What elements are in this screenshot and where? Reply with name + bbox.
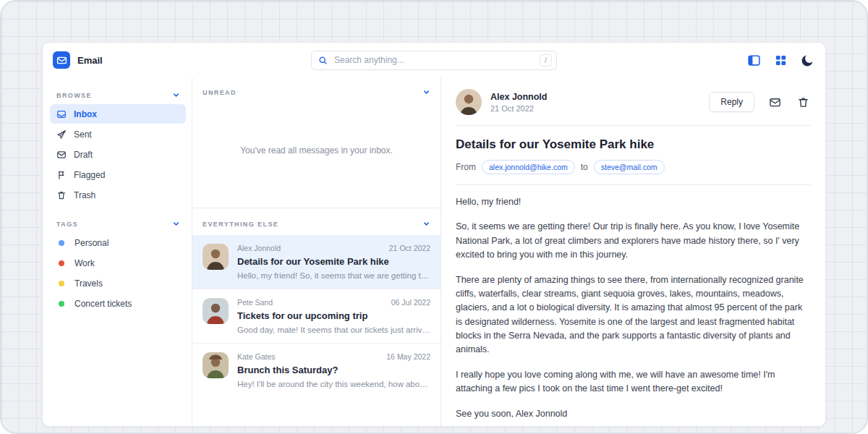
sidebar-item-label: Flagged <box>74 170 105 180</box>
mark-unread-envelope-icon[interactable] <box>767 94 783 110</box>
search-input[interactable] <box>333 54 535 66</box>
sidebar-item-inbox[interactable]: Inbox <box>50 104 186 124</box>
tag-item-concert-tickets[interactable]: Concert tickets <box>50 294 186 313</box>
avatar <box>203 352 229 378</box>
email-logo-icon <box>53 51 70 69</box>
avatar <box>203 244 229 270</box>
email-sender: Alex Jonnold <box>237 244 281 252</box>
browse-label: BROWSE <box>56 92 92 99</box>
dark-mode-moon-icon[interactable] <box>799 52 815 68</box>
tag-color-dot <box>59 281 64 286</box>
email-app-window: Email / <box>42 42 826 427</box>
inbox-icon <box>56 109 67 119</box>
to-email-pill[interactable]: steve@mail.com <box>594 160 665 174</box>
tag-item-work[interactable]: Work <box>50 253 186 273</box>
search-wrap: / <box>192 51 676 70</box>
topbar-actions <box>676 52 815 68</box>
tag-label: Travels <box>75 278 103 289</box>
email-body: Hello, my friend! So, it seems we are ge… <box>456 195 811 421</box>
unread-label: UNREAD <box>203 89 237 96</box>
email-date: 06 Jul 2022 <box>391 298 430 307</box>
email-list-item[interactable]: Alex Jonnold 21 Oct 2022 Details for our… <box>192 235 441 289</box>
email-subject: Brunch this Saturday? <box>237 365 430 375</box>
to-label: to <box>581 162 588 172</box>
avatar <box>203 298 229 324</box>
tags-group: TAGS Personal Work <box>50 215 186 313</box>
divider <box>456 125 811 126</box>
sidebar-section-browse[interactable]: BROWSE <box>50 86 186 104</box>
email-date: 16 May 2022 <box>386 352 430 361</box>
sidebar-section-tags[interactable]: TAGS <box>50 215 186 233</box>
from-to-row: From alex.jonnold@hike.com to steve@mail… <box>456 160 811 174</box>
from-email-pill[interactable]: alex.jonnold@hike.com <box>482 160 575 174</box>
email-meta: Pete Sand 06 Jul 2022 Tickets for our up… <box>237 298 430 334</box>
sidebar: BROWSE Inbox <box>43 77 192 426</box>
body-paragraph: There are plenty of amazing things to se… <box>456 273 811 357</box>
sidebar-item-trash[interactable]: Trash <box>50 185 186 205</box>
tag-color-dot <box>59 240 64 246</box>
detail-sender-name: Alex Jonnold <box>490 92 547 102</box>
brand: Email <box>53 51 192 69</box>
mail-list-column: UNREAD You've read all messages in your … <box>192 77 441 426</box>
chevron-down-icon <box>172 91 180 99</box>
email-list-item[interactable]: Kate Gates 16 May 2022 Brunch this Satur… <box>192 343 441 397</box>
tags-label: TAGS <box>56 221 78 228</box>
reply-button[interactable]: Reply <box>709 92 754 112</box>
trash-icon <box>56 190 67 200</box>
email-list-item[interactable]: Pete Sand 06 Jul 2022 Tickets for our up… <box>192 289 441 343</box>
tag-color-dot <box>59 260 64 266</box>
detail-date: 21 Oct 2022 <box>490 104 547 113</box>
email-meta: Kate Gates 16 May 2022 Brunch this Satur… <box>237 352 430 388</box>
unread-empty-message: You've read all messages in your inbox. <box>192 103 441 197</box>
body-paragraph: So, it seems we are getting there! Our t… <box>456 220 811 262</box>
sent-icon <box>56 129 67 140</box>
tag-item-travels[interactable]: Travels <box>50 273 186 293</box>
email-sender: Kate Gates <box>237 352 276 361</box>
chevron-down-icon <box>422 220 430 228</box>
email-meta: Alex Jonnold 21 Oct 2022 Details for our… <box>237 244 430 280</box>
search-icon <box>318 56 328 65</box>
from-label: From <box>456 162 476 172</box>
flag-icon <box>56 170 67 180</box>
tag-item-personal[interactable]: Personal <box>50 233 186 252</box>
desktop-background: Email / <box>0 0 868 434</box>
divider <box>456 184 811 185</box>
tag-color-dot <box>59 301 64 307</box>
email-detail-pane: Alex Jonnold 21 Oct 2022 Reply <box>441 77 825 426</box>
everything-else-label: EVERYTHING ELSE <box>203 221 278 228</box>
panel-icon[interactable] <box>746 52 762 68</box>
topbar: Email / <box>43 43 825 77</box>
chevron-down-icon <box>172 220 180 228</box>
sidebar-item-sent[interactable]: Sent <box>50 124 186 144</box>
email-sender: Pete Sand <box>237 298 273 307</box>
draft-icon <box>56 150 67 160</box>
detail-subject: Details for our Yosemite Park hike <box>456 137 811 152</box>
sidebar-item-label: Sent <box>74 129 92 140</box>
avatar <box>456 89 482 115</box>
delete-trash-icon[interactable] <box>795 94 811 110</box>
everything-else-section-header[interactable]: EVERYTHING ELSE <box>192 208 441 235</box>
grid-icon[interactable] <box>773 52 788 68</box>
tag-label: Personal <box>75 238 109 248</box>
content: BROWSE Inbox <box>43 77 825 426</box>
sidebar-item-flagged[interactable]: Flagged <box>50 165 186 184</box>
email-preview: Hey! I'll be around the city this weeken… <box>237 380 430 388</box>
detail-header: Alex Jonnold 21 Oct 2022 Reply <box>456 89 811 115</box>
detail-actions: Reply <box>709 92 811 112</box>
sidebar-item-draft[interactable]: Draft <box>50 145 186 164</box>
detail-sender-block: Alex Jonnold 21 Oct 2022 <box>490 92 547 113</box>
body-paragraph: See you soon, Alex Jonnold <box>456 407 811 421</box>
body-paragraph: I really hope you love coming along with… <box>456 368 811 396</box>
email-subject: Tickets for our upcoming trip <box>237 310 430 321</box>
sidebar-item-label: Inbox <box>74 109 97 119</box>
email-preview: Good day, mate! It seems that our ticket… <box>237 326 430 334</box>
sidebar-item-label: Draft <box>74 150 93 160</box>
app-title: Email <box>77 55 103 66</box>
email-preview: Hello, my friend! So, it seems that we a… <box>237 271 430 280</box>
sidebar-item-label: Trash <box>74 190 95 200</box>
tag-label: Work <box>75 258 95 268</box>
email-date: 21 Oct 2022 <box>389 244 430 252</box>
body-paragraph: Hello, my friend! <box>456 195 811 209</box>
unread-section-header[interactable]: UNREAD <box>192 77 441 103</box>
search-box[interactable]: / <box>311 51 557 70</box>
